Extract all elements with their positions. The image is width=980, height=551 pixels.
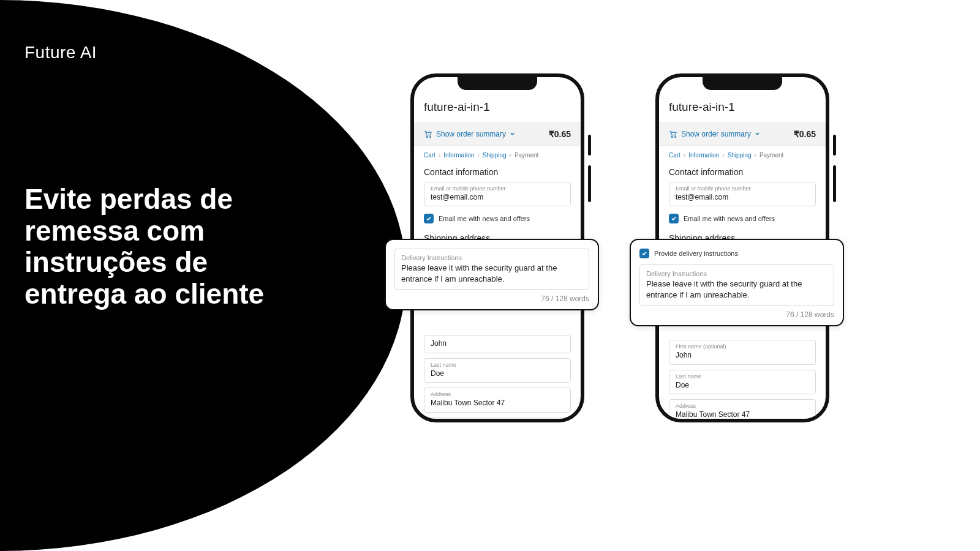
email-field-label: Email or mobile phone number xyxy=(431,186,564,192)
phone-mock-2: future-ai-in-1 Show order summary ₹0.65 xyxy=(655,73,829,422)
svg-point-2 xyxy=(671,137,673,138)
crumb-information[interactable]: Information xyxy=(443,152,474,159)
cart-icon xyxy=(424,130,432,138)
delivery-instructions-popup: Provide delivery instructions Delivery I… xyxy=(630,239,844,326)
delivery-instructions-text: Please leave it with the security guard … xyxy=(401,263,582,284)
chevron-right-icon: › xyxy=(510,152,511,159)
delivery-instructions-text: Please leave it with the security guard … xyxy=(646,279,827,300)
last-name-value: Doe xyxy=(676,381,809,391)
first-name-value: John xyxy=(431,339,564,349)
word-counter: 76 / 128 words xyxy=(394,294,589,303)
svg-point-0 xyxy=(426,137,428,138)
last-name-label: Last name xyxy=(431,362,564,369)
email-field[interactable]: Email or mobile phone number test@email.… xyxy=(424,182,571,206)
checkbox-checked-icon xyxy=(639,249,649,258)
chevron-right-icon: › xyxy=(755,152,756,159)
address-field[interactable]: Address Malibu Town Sector 47 xyxy=(669,399,816,422)
phone-side-button xyxy=(833,165,836,202)
email-field-value: test@email.com xyxy=(431,193,564,203)
phone-side-button xyxy=(833,135,836,156)
checkbox-checked-icon xyxy=(669,214,679,223)
order-summary-label: Show order summary xyxy=(681,130,751,138)
address-value: Malibu Town Sector 47 xyxy=(431,399,564,408)
order-price: ₹0.65 xyxy=(794,129,816,139)
svg-point-3 xyxy=(675,137,676,138)
breadcrumb: Cart › Information › Shipping › Payment xyxy=(659,146,826,163)
last-name-label: Last name xyxy=(676,373,809,380)
phone-mock-1: future-ai-in-1 Show order summary ₹0.65 xyxy=(410,73,584,422)
newsletter-checkbox-row[interactable]: Email me with news and offers xyxy=(659,211,826,230)
apartment-label: Apartment, suite, etc. (optional) xyxy=(431,421,564,422)
breadcrumb: Cart › Information › Shipping › Payment xyxy=(414,146,581,163)
address-field[interactable]: Address Malibu Town Sector 47 xyxy=(424,388,571,412)
crumb-information[interactable]: Information xyxy=(688,152,719,159)
crumb-shipping[interactable]: Shipping xyxy=(728,152,752,159)
delivery-instructions-label: Delivery Instructions xyxy=(401,254,582,261)
shop-title: future-ai-in-1 xyxy=(659,94,826,122)
delivery-instructions-popup: Delivery Instructions Please leave it wi… xyxy=(385,239,599,310)
apartment-field[interactable]: Apartment, suite, etc. (optional) xyxy=(424,418,571,422)
order-summary-bar[interactable]: Show order summary ₹0.65 xyxy=(659,122,826,146)
chevron-right-icon: › xyxy=(477,152,479,159)
last-name-value: Doe xyxy=(431,369,564,379)
provide-delivery-label: Provide delivery instructions xyxy=(654,250,738,257)
newsletter-checkbox-row[interactable]: Email me with news and offers xyxy=(414,211,581,230)
provide-delivery-checkbox-row[interactable]: Provide delivery instructions xyxy=(639,249,834,264)
contact-info-heading: Contact information xyxy=(659,163,826,182)
crumb-cart[interactable]: Cart xyxy=(669,152,680,159)
chevron-right-icon: › xyxy=(439,152,440,159)
email-field-label: Email or mobile phone number xyxy=(676,186,809,192)
delivery-instructions-label: Delivery Instructions xyxy=(646,270,827,277)
address-label: Address xyxy=(431,391,564,398)
first-name-field[interactable]: First name (optional) John xyxy=(669,340,816,364)
contact-info-heading: Contact information xyxy=(414,163,581,182)
newsletter-label: Email me with news and offers xyxy=(439,215,530,222)
phone-side-button xyxy=(588,135,591,156)
first-name-label: First name (optional) xyxy=(676,343,809,350)
last-name-field[interactable]: Last name Doe xyxy=(669,370,816,394)
crumb-payment: Payment xyxy=(760,152,783,159)
order-summary-bar[interactable]: Show order summary ₹0.65 xyxy=(414,122,581,146)
delivery-instructions-textarea[interactable]: Delivery Instructions Please leave it wi… xyxy=(639,264,834,305)
cart-icon xyxy=(669,130,677,138)
shop-title: future-ai-in-1 xyxy=(414,94,581,122)
crumb-payment: Payment xyxy=(514,152,538,159)
phone-side-button xyxy=(588,165,591,202)
phones-container: future-ai-in-1 Show order summary ₹0.65 xyxy=(398,73,968,441)
chevron-down-icon xyxy=(510,130,515,138)
address-value: Malibu Town Sector 47 xyxy=(676,410,809,420)
first-name-field[interactable]: John xyxy=(424,335,571,353)
order-summary-label: Show order summary xyxy=(436,130,506,138)
brand-title: Future AI xyxy=(24,43,97,62)
hero-headline: Evite perdas de remessa com instruções d… xyxy=(24,184,306,310)
svg-point-1 xyxy=(430,137,431,138)
crumb-shipping[interactable]: Shipping xyxy=(483,152,507,159)
delivery-instructions-textarea[interactable]: Delivery Instructions Please leave it wi… xyxy=(394,249,589,290)
first-name-value: John xyxy=(676,351,809,361)
chevron-right-icon: › xyxy=(684,152,685,159)
email-field[interactable]: Email or mobile phone number test@email.… xyxy=(669,182,816,206)
checkbox-checked-icon xyxy=(424,214,434,223)
order-price: ₹0.65 xyxy=(549,129,571,139)
chevron-right-icon: › xyxy=(722,152,724,159)
last-name-field[interactable]: Last name Doe xyxy=(424,358,571,383)
newsletter-label: Email me with news and offers xyxy=(684,215,775,222)
word-counter: 76 / 128 words xyxy=(639,310,834,319)
address-label: Address xyxy=(676,403,809,410)
email-field-value: test@email.com xyxy=(676,193,809,203)
chevron-down-icon xyxy=(755,130,760,138)
stage: Future AI Evite perdas de remessa com in… xyxy=(0,0,980,551)
crumb-cart[interactable]: Cart xyxy=(424,152,435,159)
